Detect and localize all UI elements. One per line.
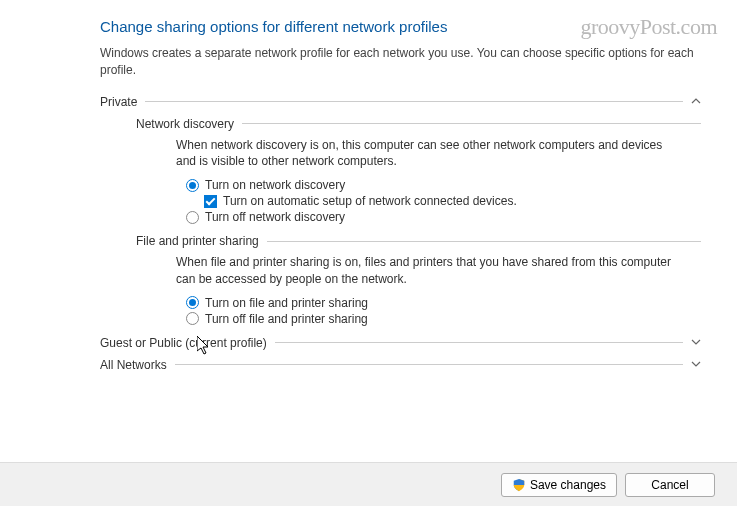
chevron-down-icon [691, 359, 701, 371]
cancel-button[interactable]: Cancel [625, 473, 715, 497]
section-all[interactable]: All Networks [100, 358, 701, 372]
radio-icon [186, 296, 199, 309]
section-all-label: All Networks [100, 358, 167, 372]
checkbox-auto-setup-label: Turn on automatic setup of network conne… [223, 194, 517, 208]
divider [267, 241, 701, 242]
divider [145, 101, 683, 102]
radio-fp-on-label: Turn on file and printer sharing [205, 296, 368, 310]
radio-fp-off-label: Turn off file and printer sharing [205, 312, 368, 326]
divider [242, 123, 701, 124]
radio-icon [186, 179, 199, 192]
page-title: Change sharing options for different net… [100, 18, 701, 35]
network-discovery-desc: When network discovery is on, this compu… [176, 137, 681, 171]
divider [275, 342, 683, 343]
divider [175, 364, 683, 365]
section-private[interactable]: Private [100, 95, 701, 109]
chevron-down-icon [691, 337, 701, 349]
subsection-network-discovery: Network discovery [136, 117, 701, 131]
radio-nd-off[interactable]: Turn off network discovery [186, 210, 701, 224]
file-printer-label: File and printer sharing [136, 234, 259, 248]
save-changes-button[interactable]: Save changes [501, 473, 617, 497]
section-guest-label: Guest or Public (current profile) [100, 336, 267, 350]
radio-nd-on-label: Turn on network discovery [205, 178, 345, 192]
save-changes-label: Save changes [530, 478, 606, 492]
section-private-label: Private [100, 95, 137, 109]
radio-icon [186, 312, 199, 325]
chevron-up-icon [691, 96, 701, 108]
subsection-file-printer: File and printer sharing [136, 234, 701, 248]
checkbox-icon [204, 195, 217, 208]
radio-fp-off[interactable]: Turn off file and printer sharing [186, 312, 701, 326]
shield-icon [512, 478, 526, 492]
radio-nd-on[interactable]: Turn on network discovery [186, 178, 701, 192]
radio-icon [186, 211, 199, 224]
cancel-label: Cancel [651, 478, 688, 492]
footer-bar: Save changes Cancel [0, 462, 737, 506]
page-intro: Windows creates a separate network profi… [100, 45, 701, 79]
file-printer-desc: When file and printer sharing is on, fil… [176, 254, 681, 288]
section-guest[interactable]: Guest or Public (current profile) [100, 336, 701, 350]
radio-fp-on[interactable]: Turn on file and printer sharing [186, 296, 701, 310]
network-discovery-label: Network discovery [136, 117, 234, 131]
radio-nd-off-label: Turn off network discovery [205, 210, 345, 224]
checkbox-auto-setup[interactable]: Turn on automatic setup of network conne… [186, 194, 701, 208]
